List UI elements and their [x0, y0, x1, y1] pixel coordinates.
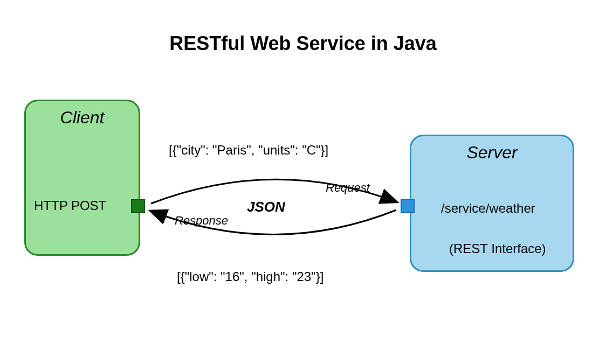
http-method-label: HTTP POST [34, 198, 106, 213]
server-port [401, 199, 415, 213]
diagram-title: RESTful Web Service in Java [169, 32, 437, 55]
request-payload-text: [{"city": "Paris", "units": "C"}] [169, 143, 328, 158]
server-box: Server /service/weather (REST Interface) [410, 135, 574, 272]
client-port [131, 199, 145, 213]
client-box: Client HTTP POST [24, 100, 140, 256]
client-label: Client [60, 108, 105, 128]
server-endpoint: /service/weather [441, 201, 535, 216]
json-format-label: JSON [247, 199, 285, 215]
server-interface: (REST Interface) [449, 241, 546, 256]
server-label: Server [466, 143, 517, 163]
request-label: Request [326, 181, 370, 195]
response-payload-text: [{"low": "16", "high": "23"}] [177, 269, 323, 284]
response-label: Response [175, 214, 228, 228]
